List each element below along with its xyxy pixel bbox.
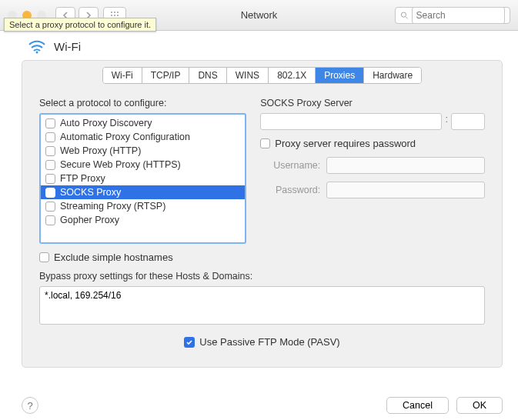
svg-point-2	[117, 12, 119, 13]
tab-tcpip[interactable]: TCP/IP	[142, 68, 190, 83]
protocol-item[interactable]: Automatic Proxy Configuration	[41, 130, 245, 144]
protocol-checkbox[interactable]	[45, 202, 55, 212]
server-label: SOCKS Proxy Server	[260, 98, 485, 108]
svg-point-0	[111, 12, 112, 13]
titlebar: Network Select a proxy protocol to confi…	[0, 0, 518, 31]
requires-password-label: Proxy server requires password	[275, 138, 416, 149]
protocol-item[interactable]: Auto Proxy Discovery	[41, 116, 245, 130]
password-input[interactable]	[326, 182, 485, 198]
protocol-item[interactable]: Secure Web Proxy (HTTPS)	[41, 158, 245, 172]
tab-hardware[interactable]: Hardware	[364, 68, 421, 83]
tab-8021x[interactable]: 802.1X	[269, 68, 316, 83]
svg-point-11	[36, 52, 38, 54]
tab-dns[interactable]: DNS	[189, 68, 226, 83]
protocol-checkbox[interactable]	[45, 118, 55, 128]
protocol-item[interactable]: Streaming Proxy (RTSP)	[41, 199, 245, 213]
host-port-separator: :	[445, 113, 448, 130]
protocol-checkbox[interactable]	[45, 146, 55, 156]
search-input[interactable]	[412, 7, 505, 24]
tooltip: Select a proxy protocol to configure it.	[4, 18, 156, 32]
exclude-hostnames-label: Exclude simple hostnames	[54, 252, 173, 263]
svg-line-10	[406, 16, 408, 18]
wifi-icon	[28, 38, 46, 54]
svg-point-5	[117, 15, 119, 16]
svg-point-1	[114, 12, 115, 13]
protocol-checkbox[interactable]	[45, 174, 55, 184]
protocol-label: Gopher Proxy	[60, 215, 119, 225]
help-button[interactable]: ?	[22, 397, 38, 414]
protocol-checkbox[interactable]	[45, 215, 55, 225]
protocol-label: Secure Web Proxy (HTTPS)	[60, 159, 181, 170]
protocol-label: FTP Proxy	[60, 173, 105, 184]
protocol-label: Select a protocol to configure:	[39, 98, 246, 108]
protocol-checkbox[interactable]	[45, 132, 55, 142]
username-input[interactable]	[326, 157, 485, 174]
cancel-button[interactable]: Cancel	[386, 397, 449, 414]
proxy-host-input[interactable]	[260, 113, 442, 130]
passive-ftp-checkbox[interactable]	[184, 337, 195, 348]
protocol-checkbox[interactable]	[45, 160, 55, 170]
protocol-item[interactable]: FTP Proxy	[41, 172, 245, 185]
protocol-label: Streaming Proxy (RTSP)	[60, 201, 165, 212]
passive-ftp-label: Use Passive FTP Mode (PASV)	[199, 336, 339, 348]
tab-group: Wi-FiTCP/IPDNSWINS802.1XProxiesHardware	[102, 67, 422, 84]
search-field[interactable]	[395, 7, 510, 24]
proxy-port-input[interactable]	[451, 113, 485, 130]
protocol-list[interactable]: Auto Proxy DiscoveryAutomatic Proxy Conf…	[39, 113, 246, 244]
bypass-textarea[interactable]	[39, 286, 485, 325]
connection-header: Wi-Fi	[0, 31, 518, 60]
connection-name: Wi-Fi	[54, 40, 81, 53]
svg-point-4	[114, 15, 115, 16]
requires-password-checkbox[interactable]	[260, 138, 270, 148]
password-label: Password:	[260, 185, 320, 195]
username-label: Username:	[260, 160, 320, 171]
protocol-item[interactable]: Gopher Proxy	[41, 213, 245, 227]
tab-proxies[interactable]: Proxies	[316, 68, 364, 83]
protocol-checkbox[interactable]	[45, 188, 55, 198]
svg-point-9	[401, 12, 406, 17]
protocol-label: Automatic Proxy Configuration	[60, 132, 190, 142]
ok-button[interactable]: OK	[456, 397, 503, 414]
search-icon	[400, 11, 409, 20]
tab-wins[interactable]: WINS	[227, 68, 269, 83]
protocol-item[interactable]: SOCKS Proxy	[41, 185, 245, 199]
svg-point-3	[111, 15, 112, 16]
settings-panel: Wi-FiTCP/IPDNSWINS802.1XProxiesHardware …	[22, 60, 503, 368]
tab-wifi[interactable]: Wi-Fi	[103, 68, 142, 83]
protocol-item[interactable]: Web Proxy (HTTP)	[41, 144, 245, 158]
protocol-label: Web Proxy (HTTP)	[60, 145, 141, 156]
bypass-label: Bypass proxy settings for these Hosts & …	[39, 271, 485, 282]
exclude-hostnames-checkbox[interactable]	[39, 252, 49, 262]
protocol-label: SOCKS Proxy	[60, 187, 121, 198]
protocol-label: Auto Proxy Discovery	[60, 118, 152, 128]
